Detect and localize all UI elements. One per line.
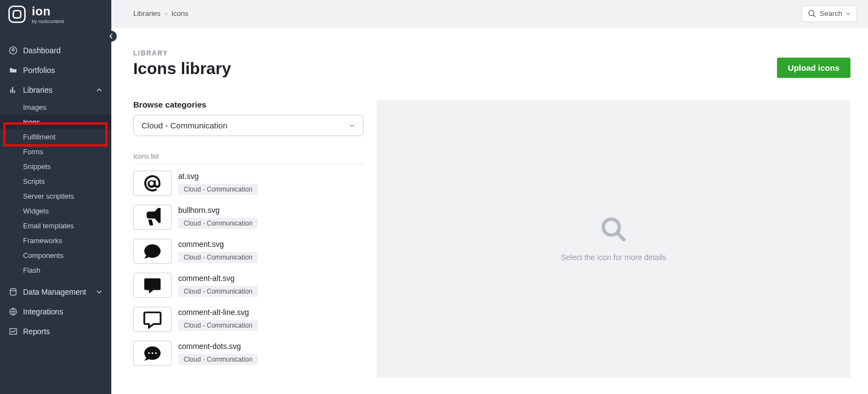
- sub-label: Server scriptlets: [23, 192, 74, 200]
- icon-thumb: [133, 171, 172, 196]
- chart-bars-icon: [9, 86, 18, 94]
- breadcrumb-libraries[interactable]: Libraries: [133, 9, 161, 18]
- main-area: Libraries › Icons Search LIBRARY Icons l…: [111, 0, 868, 394]
- icon-filename: comment.svg: [178, 240, 258, 249]
- search-button[interactable]: Search: [802, 5, 857, 22]
- browse-categories-label: Browse categories: [133, 100, 364, 109]
- sub-label: Widgets: [23, 207, 49, 215]
- sub-item-images[interactable]: Images: [0, 100, 111, 115]
- sub-item-email-templates[interactable]: Email templates: [0, 218, 111, 233]
- bullhorn-icon: [143, 208, 162, 227]
- sub-item-flash[interactable]: Flash: [0, 263, 111, 278]
- detail-panel-empty: Select the icon for more details: [377, 100, 850, 378]
- sub-label: Images: [23, 103, 47, 111]
- icon-category-tag: Cloud - Communication: [178, 286, 258, 297]
- logo-icon: [8, 5, 26, 24]
- sub-label: Icons: [23, 118, 40, 126]
- search-label: Search: [820, 9, 842, 18]
- folder-icon: [9, 66, 18, 75]
- nav-label: Data Management: [23, 288, 86, 296]
- svg-point-7: [809, 10, 814, 15]
- breadcrumb: Libraries › Icons: [133, 9, 189, 18]
- collapse-sidebar-button[interactable]: [106, 31, 117, 42]
- logo-byline: by rockcontent: [32, 19, 64, 24]
- icon-category-tag: Cloud - Communication: [178, 320, 258, 331]
- breadcrumb-separator: ›: [164, 9, 167, 18]
- sidebar: ion by rockcontent Dashboard Portfolios …: [0, 0, 111, 394]
- search-icon: [600, 216, 627, 243]
- icon-category-tag: Cloud - Communication: [178, 184, 258, 195]
- icon-filename: comment-alt.svg: [178, 274, 258, 283]
- sub-item-widgets[interactable]: Widgets: [0, 204, 111, 218]
- user-circle-icon: [9, 46, 18, 55]
- nav-item-integrations[interactable]: Integrations: [0, 302, 111, 322]
- category-selected-value: Cloud - Communication: [141, 121, 228, 130]
- icon-list-item[interactable]: comment.svg Cloud - Communication: [133, 239, 364, 264]
- breadcrumb-icons[interactable]: Icons: [171, 9, 188, 18]
- nav-item-dashboard[interactable]: Dashboard: [0, 41, 111, 60]
- icon-thumb: [133, 273, 172, 298]
- sub-label: Scripts: [23, 177, 45, 185]
- nav-item-portfolios[interactable]: Portfolios: [0, 60, 111, 80]
- page-title: Icons library: [133, 59, 231, 78]
- icon-filename: bullhorn.svg: [178, 206, 258, 215]
- logo[interactable]: ion by rockcontent: [0, 0, 111, 27]
- sub-label: Flash: [23, 266, 41, 274]
- svg-point-4: [10, 289, 16, 291]
- svg-rect-0: [9, 7, 25, 22]
- sub-item-icons[interactable]: Icons: [0, 115, 111, 130]
- sub-item-server-scriptlets[interactable]: Server scriptlets: [0, 189, 111, 204]
- chevron-left-icon: [108, 33, 115, 40]
- primary-nav: Dashboard Portfolios Libraries Images Ic…: [0, 41, 111, 341]
- category-select[interactable]: Cloud - Communication: [133, 115, 364, 136]
- chevron-down-icon: [846, 11, 851, 16]
- icon-category-tag: Cloud - Communication: [178, 218, 258, 229]
- search-icon: [808, 9, 816, 18]
- nav-item-libraries[interactable]: Libraries: [0, 80, 111, 100]
- nav-label: Libraries: [23, 86, 53, 94]
- page-header: LIBRARY Icons library Upload icons: [133, 49, 850, 78]
- nav-label: Reports: [23, 327, 50, 336]
- empty-state-message: Select the icon for more details: [561, 253, 666, 262]
- svg-point-8: [148, 352, 150, 354]
- upload-icons-button[interactable]: Upload icons: [777, 58, 850, 78]
- icon-list-item[interactable]: comment-dots.svg Cloud - Communication: [133, 341, 364, 366]
- database-icon: [9, 288, 18, 296]
- comment-dots-icon: [143, 344, 162, 363]
- nav-item-reports[interactable]: Reports: [0, 322, 111, 341]
- columns: Browse categories Cloud - Communication …: [133, 100, 850, 394]
- nav-label: Dashboard: [23, 46, 61, 55]
- sub-label: Email templates: [23, 222, 73, 230]
- icon-category-tag: Cloud - Communication: [178, 252, 258, 263]
- sub-item-frameworks[interactable]: Frameworks: [0, 233, 111, 248]
- svg-rect-1: [13, 10, 21, 18]
- at-icon: [143, 174, 162, 193]
- sub-item-scripts[interactable]: Scripts: [0, 174, 111, 189]
- sub-item-snippets[interactable]: Snippets: [0, 159, 111, 174]
- page-eyebrow: LIBRARY: [133, 49, 231, 57]
- icon-list-item[interactable]: bullhorn.svg Cloud - Communication: [133, 205, 364, 230]
- icon-list-item[interactable]: comment-alt-line.svg Cloud - Communicati…: [133, 307, 364, 332]
- svg-point-3: [12, 49, 14, 51]
- icon-filename: comment-alt-line.svg: [178, 308, 258, 317]
- chevron-down-icon: [349, 122, 355, 129]
- icon-thumb: [133, 239, 172, 264]
- globe-icon: [9, 307, 18, 316]
- sub-label: Forms: [23, 148, 43, 156]
- topbar: Libraries › Icons Search: [111, 0, 868, 27]
- icon-list-item[interactable]: at.svg Cloud - Communication: [133, 171, 364, 196]
- libraries-submenu: Images Icons Fulfillment Forms Snippets …: [0, 100, 111, 278]
- sub-label: Frameworks: [23, 237, 63, 245]
- icon-list-item[interactable]: comment-alt.svg Cloud - Communication: [133, 273, 364, 298]
- sub-label: Snippets: [23, 162, 51, 171]
- sub-item-fulfillment[interactable]: Fulfillment: [0, 130, 111, 144]
- svg-point-9: [151, 352, 153, 354]
- sub-item-components[interactable]: Components: [0, 248, 111, 263]
- nav-item-data-management[interactable]: Data Management: [0, 282, 111, 302]
- sub-item-forms[interactable]: Forms: [0, 144, 111, 159]
- chevron-down-icon: [96, 289, 103, 295]
- chart-line-icon: [9, 327, 18, 336]
- nav-label: Portfolios: [23, 66, 55, 75]
- sub-label: Components: [23, 251, 64, 260]
- icons-list-label: Icons list: [133, 153, 364, 164]
